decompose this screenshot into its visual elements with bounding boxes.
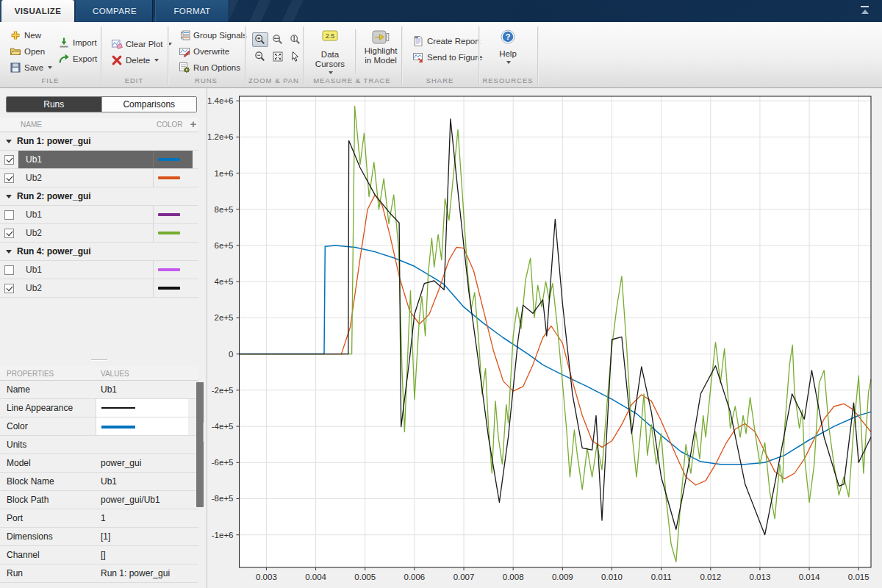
signal-name: Ub1: [26, 209, 42, 220]
group-signals-icon: [179, 29, 190, 41]
ribbon-tab-bar: VISUALIZE COMPARE FORMAT: [0, 0, 882, 22]
run-group-header[interactable]: Run 2: power_gui: [0, 187, 198, 206]
signal-row[interactable]: Ub1: [0, 261, 198, 279]
y-tick-label: -1e+6: [212, 531, 234, 539]
svg-text:2.5: 2.5: [326, 32, 335, 40]
run-group-label: Run 1: power_gui: [17, 136, 91, 146]
signal-row-body[interactable]: Ub2: [18, 169, 193, 187]
property-row[interactable]: RunRun 1: power_gui: [0, 564, 198, 583]
zoom-out-button[interactable]: [252, 49, 268, 64]
export-button[interactable]: Export: [54, 51, 101, 66]
group-signals-label: Group Signals: [193, 31, 247, 40]
signal-color-swatch[interactable]: [158, 176, 180, 179]
property-row[interactable]: Port1: [0, 509, 198, 528]
tab-visualize[interactable]: VISUALIZE: [1, 0, 74, 22]
data-cursors-button[interactable]: 2.5 Data Cursors: [307, 25, 353, 75]
open-button[interactable]: Open: [6, 44, 49, 59]
comparisons-tab[interactable]: Comparisons: [101, 97, 197, 112]
signal-checkbox[interactable]: [4, 265, 14, 275]
panel-splitter-horizontal[interactable]: [0, 356, 198, 366]
clear-plot-label: Clear Plot: [126, 40, 163, 49]
y-tick-label: -8e+5: [212, 494, 234, 503]
save-button[interactable]: Save: [6, 60, 56, 75]
create-report-icon: [412, 35, 424, 47]
highlight-in-model-button[interactable]: Highlight in Model: [358, 25, 404, 75]
property-name: Model: [7, 458, 31, 468]
panel-view-switch: Runs Comparisons: [6, 96, 197, 112]
property-row[interactable]: Modelpower_gui: [0, 454, 198, 473]
signal-name: Ub1: [26, 265, 42, 275]
signal-row-body[interactable]: Ub1: [18, 261, 193, 279]
signal-row-body[interactable]: Ub2: [18, 224, 193, 242]
signal-row[interactable]: Ub1: [0, 206, 198, 224]
property-value-text: Ub1: [101, 384, 117, 395]
signal-row-body[interactable]: Ub1: [18, 206, 193, 223]
run-options-button[interactable]: Run Options: [175, 60, 244, 75]
signal-checkbox[interactable]: [4, 229, 14, 238]
help-button[interactable]: ? Help: [487, 25, 529, 75]
property-value[interactable]: [96, 399, 188, 417]
property-row[interactable]: Units: [0, 436, 198, 454]
fit-to-view-button[interactable]: [270, 49, 286, 64]
x-tick-label: 0.007: [453, 573, 475, 581]
ribbon-toolbar: New Open Save Import Export FILE Clear P…: [0, 22, 882, 88]
run-group-header[interactable]: Run 4: power_gui: [0, 243, 198, 261]
plot-canvas[interactable]: 0.0030.0040.0050.0060.0070.0080.0090.010…: [207, 88, 882, 588]
run-group-label: Run 2: power_gui: [17, 191, 91, 201]
run-group-header[interactable]: Run 1: power_gui: [0, 132, 198, 151]
property-row[interactable]: Channel[]: [0, 546, 198, 564]
save-floppy-icon: [10, 62, 21, 74]
delete-dropdown-arrow-icon: [154, 59, 159, 62]
pointer-button[interactable]: [287, 49, 304, 64]
property-row[interactable]: NameUb1: [0, 381, 198, 399]
property-row[interactable]: Color: [0, 417, 198, 436]
send-to-figure-button[interactable]: Send to Figure: [409, 50, 486, 65]
property-value[interactable]: [96, 417, 188, 435]
svg-text:?: ?: [505, 32, 510, 41]
signal-checkbox[interactable]: [4, 173, 14, 183]
signal-color-swatch[interactable]: [158, 158, 180, 161]
signal-checkbox[interactable]: [4, 155, 14, 165]
property-row[interactable]: Block Pathpower_gui/Ub1: [0, 491, 198, 509]
property-name: Port: [7, 513, 23, 523]
signal-row-body[interactable]: Ub2: [18, 279, 193, 297]
signal-color-swatch[interactable]: [158, 213, 180, 216]
signal-color-swatch[interactable]: [158, 287, 180, 290]
property-name: Channel: [7, 550, 40, 560]
signal-row[interactable]: Ub2: [0, 169, 198, 187]
signal-checkbox[interactable]: [4, 210, 14, 220]
properties-scrollbar[interactable]: [196, 382, 204, 507]
column-divider: [153, 279, 154, 297]
create-report-button[interactable]: Create Report: [409, 34, 484, 49]
delete-label: Delete: [126, 56, 150, 65]
zoom-x-button[interactable]: [270, 32, 286, 47]
group-signals-button[interactable]: Group Signals: [175, 28, 251, 43]
runs-tab[interactable]: Runs: [7, 97, 101, 112]
property-row[interactable]: Dimensions[1]: [0, 528, 198, 546]
delete-button[interactable]: Delete: [107, 53, 162, 68]
new-button[interactable]: New: [6, 28, 45, 43]
signal-checkbox[interactable]: [4, 284, 14, 293]
minimize-ribbon-button[interactable]: [858, 5, 872, 16]
overwrite-button[interactable]: Overwrite: [175, 44, 233, 59]
signal-name: Ub2: [26, 173, 42, 183]
property-row[interactable]: Block NameUb1: [0, 473, 198, 491]
import-button[interactable]: Import: [54, 35, 101, 50]
signal-name: Ub2: [26, 228, 42, 238]
tab-format[interactable]: FORMAT: [155, 0, 229, 22]
add-column-button[interactable]: +: [187, 118, 199, 131]
signal-row[interactable]: Ub1: [0, 151, 198, 169]
zoom-y-button[interactable]: [287, 32, 304, 47]
clear-plot-button[interactable]: Clear Plot: [107, 37, 176, 51]
tab-compare[interactable]: COMPARE: [76, 0, 153, 22]
signal-color-swatch[interactable]: [158, 268, 180, 271]
signal-row[interactable]: Ub2: [0, 279, 198, 298]
panel-splitter-vertical[interactable]: [200, 423, 207, 442]
zoom-in-button[interactable]: [252, 32, 268, 47]
signal-row[interactable]: Ub2: [0, 224, 198, 243]
measure-trace-group-label: MEASURE & TRACE: [303, 76, 401, 87]
minimize-ribbon-icon: [861, 6, 869, 7]
property-row[interactable]: Line Appearance: [0, 399, 198, 417]
signal-row-body[interactable]: Ub1: [18, 151, 193, 168]
signal-color-swatch[interactable]: [158, 232, 180, 234]
